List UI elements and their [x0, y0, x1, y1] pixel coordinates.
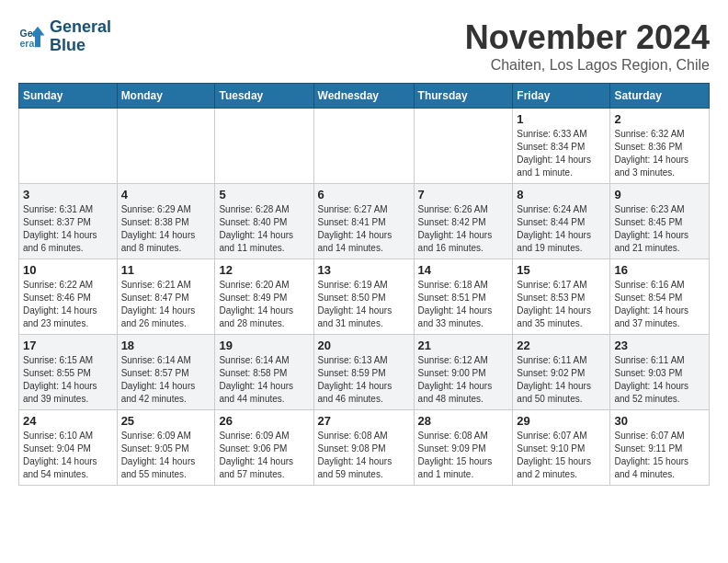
calendar-cell: 28Sunrise: 6:08 AM Sunset: 9:09 PM Dayli… [414, 410, 513, 486]
day-info: Sunrise: 6:07 AM Sunset: 9:10 PM Dayligh… [517, 430, 606, 481]
day-number: 23 [614, 339, 705, 352]
day-number: 17 [23, 339, 113, 352]
calendar-cell: 4Sunrise: 6:29 AM Sunset: 8:38 PM Daylig… [117, 184, 215, 259]
day-info: Sunrise: 6:31 AM Sunset: 8:37 PM Dayligh… [23, 203, 113, 255]
day-info: Sunrise: 6:10 AM Sunset: 9:04 PM Dayligh… [23, 430, 113, 481]
day-number: 13 [318, 263, 410, 277]
day-info: Sunrise: 6:13 AM Sunset: 8:59 PM Dayligh… [318, 354, 410, 406]
calendar-table: SundayMondayTuesdayWednesdayThursdayFrid… [18, 83, 710, 486]
day-info: Sunrise: 6:32 AM Sunset: 8:36 PM Dayligh… [614, 128, 705, 179]
day-header-saturday: Saturday [610, 84, 710, 109]
calendar-cell: 3Sunrise: 6:31 AM Sunset: 8:37 PM Daylig… [19, 184, 118, 259]
day-info: Sunrise: 6:21 AM Sunset: 8:47 PM Dayligh… [121, 279, 211, 330]
day-info: Sunrise: 6:09 AM Sunset: 9:06 PM Dayligh… [219, 430, 309, 481]
calendar-cell: 25Sunrise: 6:09 AM Sunset: 9:05 PM Dayli… [117, 410, 215, 486]
day-number: 15 [517, 263, 606, 277]
calendar-cell: 1Sunrise: 6:33 AM Sunset: 8:34 PM Daylig… [513, 109, 610, 184]
calendar-cell: 5Sunrise: 6:28 AM Sunset: 8:40 PM Daylig… [215, 184, 313, 259]
day-number: 12 [219, 263, 309, 277]
calendar-cell: 24Sunrise: 6:10 AM Sunset: 9:04 PM Dayli… [19, 410, 118, 486]
day-info: Sunrise: 6:24 AM Sunset: 8:44 PM Dayligh… [517, 203, 606, 255]
day-number: 5 [219, 188, 309, 201]
day-info: Sunrise: 6:14 AM Sunset: 8:57 PM Dayligh… [121, 354, 211, 406]
week-row-1: 1Sunrise: 6:33 AM Sunset: 8:34 PM Daylig… [19, 109, 710, 184]
day-number: 6 [318, 188, 410, 201]
day-info: Sunrise: 6:16 AM Sunset: 8:54 PM Dayligh… [614, 279, 705, 330]
day-number: 30 [614, 414, 705, 428]
day-info: Sunrise: 6:27 AM Sunset: 8:41 PM Dayligh… [318, 203, 410, 255]
day-info: Sunrise: 6:28 AM Sunset: 8:40 PM Dayligh… [219, 203, 309, 255]
day-info: Sunrise: 6:19 AM Sunset: 8:50 PM Dayligh… [318, 279, 410, 330]
day-number: 1 [517, 112, 606, 126]
day-number: 25 [121, 414, 211, 428]
day-info: Sunrise: 6:11 AM Sunset: 9:02 PM Dayligh… [517, 354, 606, 406]
calendar-cell: 11Sunrise: 6:21 AM Sunset: 8:47 PM Dayli… [117, 259, 215, 335]
day-info: Sunrise: 6:09 AM Sunset: 9:05 PM Dayligh… [121, 430, 211, 481]
calendar-cell [215, 109, 313, 184]
page-title: November 2024 [465, 18, 710, 57]
day-number: 28 [418, 414, 509, 428]
logo: Gen eral General Blue [18, 18, 111, 55]
week-row-2: 3Sunrise: 6:31 AM Sunset: 8:37 PM Daylig… [19, 184, 710, 259]
day-info: Sunrise: 6:18 AM Sunset: 8:51 PM Dayligh… [418, 279, 509, 330]
calendar-cell: 6Sunrise: 6:27 AM Sunset: 8:41 PM Daylig… [313, 184, 414, 259]
svg-text:eral: eral [20, 37, 38, 48]
day-header-thursday: Thursday [414, 84, 513, 109]
calendar-cell [313, 109, 414, 184]
calendar-cell: 7Sunrise: 6:26 AM Sunset: 8:42 PM Daylig… [414, 184, 513, 259]
calendar-cell: 10Sunrise: 6:22 AM Sunset: 8:46 PM Dayli… [19, 259, 118, 335]
calendar-cell: 18Sunrise: 6:14 AM Sunset: 8:57 PM Dayli… [117, 335, 215, 410]
day-number: 24 [23, 414, 113, 428]
calendar-cell: 9Sunrise: 6:23 AM Sunset: 8:45 PM Daylig… [610, 184, 710, 259]
day-number: 20 [318, 339, 410, 352]
day-number: 26 [219, 414, 309, 428]
calendar-cell: 29Sunrise: 6:07 AM Sunset: 9:10 PM Dayli… [513, 410, 610, 486]
day-number: 18 [121, 339, 211, 352]
days-header-row: SundayMondayTuesdayWednesdayThursdayFrid… [19, 84, 710, 109]
day-info: Sunrise: 6:33 AM Sunset: 8:34 PM Dayligh… [517, 128, 606, 179]
day-info: Sunrise: 6:26 AM Sunset: 8:42 PM Dayligh… [418, 203, 509, 255]
day-number: 29 [517, 414, 606, 428]
day-header-wednesday: Wednesday [313, 84, 414, 109]
day-number: 11 [121, 263, 211, 277]
day-number: 19 [219, 339, 309, 352]
calendar-cell: 13Sunrise: 6:19 AM Sunset: 8:50 PM Dayli… [313, 259, 414, 335]
calendar-cell: 30Sunrise: 6:07 AM Sunset: 9:11 PM Dayli… [610, 410, 710, 486]
calendar-cell: 20Sunrise: 6:13 AM Sunset: 8:59 PM Dayli… [313, 335, 414, 410]
calendar-cell [19, 109, 118, 184]
calendar-cell: 15Sunrise: 6:17 AM Sunset: 8:53 PM Dayli… [513, 259, 610, 335]
day-info: Sunrise: 6:29 AM Sunset: 8:38 PM Dayligh… [121, 203, 211, 255]
calendar-cell: 16Sunrise: 6:16 AM Sunset: 8:54 PM Dayli… [610, 259, 710, 335]
logo-line2: Blue [50, 37, 111, 55]
day-info: Sunrise: 6:15 AM Sunset: 8:55 PM Dayligh… [23, 354, 113, 406]
calendar-cell: 19Sunrise: 6:14 AM Sunset: 8:58 PM Dayli… [215, 335, 313, 410]
calendar-cell: 12Sunrise: 6:20 AM Sunset: 8:49 PM Dayli… [215, 259, 313, 335]
day-info: Sunrise: 6:20 AM Sunset: 8:49 PM Dayligh… [219, 279, 309, 330]
calendar-cell: 22Sunrise: 6:11 AM Sunset: 9:02 PM Dayli… [513, 335, 610, 410]
day-header-friday: Friday [513, 84, 610, 109]
day-number: 22 [517, 339, 606, 352]
day-header-tuesday: Tuesday [215, 84, 313, 109]
week-row-3: 10Sunrise: 6:22 AM Sunset: 8:46 PM Dayli… [19, 259, 710, 335]
calendar-cell: 21Sunrise: 6:12 AM Sunset: 9:00 PM Dayli… [414, 335, 513, 410]
calendar-cell: 8Sunrise: 6:24 AM Sunset: 8:44 PM Daylig… [513, 184, 610, 259]
day-info: Sunrise: 6:11 AM Sunset: 9:03 PM Dayligh… [614, 354, 705, 406]
day-number: 14 [418, 263, 509, 277]
calendar-cell: 17Sunrise: 6:15 AM Sunset: 8:55 PM Dayli… [19, 335, 118, 410]
day-info: Sunrise: 6:08 AM Sunset: 9:08 PM Dayligh… [318, 430, 410, 481]
day-info: Sunrise: 6:14 AM Sunset: 8:58 PM Dayligh… [219, 354, 309, 406]
day-number: 8 [517, 188, 606, 201]
day-number: 27 [318, 414, 410, 428]
day-header-monday: Monday [117, 84, 215, 109]
day-info: Sunrise: 6:12 AM Sunset: 9:00 PM Dayligh… [418, 354, 509, 406]
day-info: Sunrise: 6:07 AM Sunset: 9:11 PM Dayligh… [614, 430, 705, 481]
day-number: 2 [614, 112, 705, 126]
calendar-cell: 2Sunrise: 6:32 AM Sunset: 8:36 PM Daylig… [610, 109, 710, 184]
calendar-cell: 27Sunrise: 6:08 AM Sunset: 9:08 PM Dayli… [313, 410, 414, 486]
day-number: 3 [23, 188, 113, 201]
day-header-sunday: Sunday [19, 84, 118, 109]
day-number: 10 [23, 263, 113, 277]
calendar-cell [117, 109, 215, 184]
day-number: 7 [418, 188, 509, 201]
day-info: Sunrise: 6:22 AM Sunset: 8:46 PM Dayligh… [23, 279, 113, 330]
